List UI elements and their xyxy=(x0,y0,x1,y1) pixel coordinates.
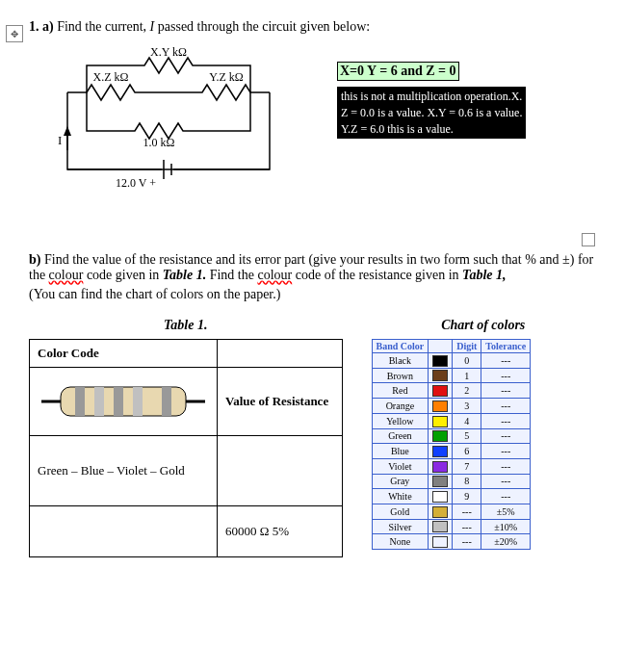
annotation-box: X=0 Y = 6 and Z = 0 this is not a multip… xyxy=(337,44,595,139)
color-swatch-icon xyxy=(432,461,448,473)
chart-swatch-cell xyxy=(429,413,453,428)
chart-swatch-cell xyxy=(429,368,453,383)
chart-color-name: Gray xyxy=(372,474,429,489)
anno-line2: Z = 0.0 is a value. X.Y = 0.6 is a value… xyxy=(341,106,522,119)
chart-color-name: Black xyxy=(372,353,429,369)
band-2 xyxy=(94,387,104,416)
q1a-text-2: passed through the circuit given below: xyxy=(154,19,370,34)
question-1b: b) Find the value of the resistance and … xyxy=(29,252,595,302)
chart-tol: ±20% xyxy=(481,534,531,550)
chart-digit: 5 xyxy=(453,428,481,444)
table-row: Gold---±5% xyxy=(372,504,531,520)
chart-color-name: Gold xyxy=(372,504,429,520)
chart-color-name: Brown xyxy=(372,368,429,383)
table-row: Red2--- xyxy=(372,383,531,399)
color-swatch-icon xyxy=(432,521,448,532)
chart-tol: ±10% xyxy=(481,519,531,534)
chart-swatch-cell xyxy=(429,383,453,399)
color-swatch-icon xyxy=(432,416,448,427)
table-row: 60000 Ω 5% xyxy=(30,506,343,557)
t1-row2-value: 60000 Ω 5% xyxy=(218,506,342,557)
q1b-t2: code given in xyxy=(83,268,162,282)
t1-resistor-image-cell xyxy=(30,368,218,436)
chart-digit: 9 xyxy=(453,489,481,504)
t1-row1-code: Green – Blue – Violet – Gold xyxy=(30,436,218,506)
chart-swatch-cell xyxy=(429,489,453,504)
table-row: None---±20% xyxy=(372,534,531,550)
circuit-area: X.Y kΩ X.Z kΩ Y.Z kΩ 1.0 kΩ I 12.0 V + X… xyxy=(48,44,595,198)
band-5 xyxy=(162,387,171,416)
chart-h-swatch xyxy=(429,340,453,353)
q1b-colour1: colour xyxy=(49,268,84,282)
svg-marker-0 xyxy=(64,126,71,136)
chart-tol: --- xyxy=(481,399,531,414)
chart-swatch-cell xyxy=(429,458,453,474)
chart-tol: --- xyxy=(481,489,531,504)
q1b-t4: code of the resistance given in xyxy=(292,268,462,282)
q1b-t3: Find the xyxy=(206,268,257,282)
chart-tol: --- xyxy=(481,474,531,489)
color-swatch-icon xyxy=(432,506,448,518)
q1b-label: b) xyxy=(29,252,40,267)
circuit-diagram: X.Y kΩ X.Z kΩ Y.Z kΩ 1.0 kΩ I 12.0 V + xyxy=(48,44,299,198)
color-swatch-icon xyxy=(432,491,448,503)
chart-swatch-cell xyxy=(429,444,453,459)
chart-digit: 1 xyxy=(453,368,481,383)
chart-swatch-cell xyxy=(429,428,453,444)
chart-tol: --- xyxy=(481,444,531,459)
label-xz: X.Z kΩ xyxy=(93,70,129,84)
table-row: Band Color Digit Tolerance xyxy=(372,340,531,353)
chart-swatch-cell xyxy=(429,353,453,369)
table-row: Yellow4--- xyxy=(372,413,531,428)
table-row: White9--- xyxy=(372,489,531,504)
chart-tol: --- xyxy=(481,428,531,444)
chart-swatch-cell xyxy=(429,399,453,414)
q1b-line2: (You can find the chart of colors on the… xyxy=(29,287,595,302)
chart-swatch-cell xyxy=(429,519,453,534)
chart-color-name: Blue xyxy=(372,444,429,459)
chart-swatch-cell xyxy=(429,534,453,550)
table-row: Black0--- xyxy=(372,353,531,369)
table-row: Green5--- xyxy=(372,428,531,444)
table-row: Blue6--- xyxy=(372,444,531,459)
chart-digit: 7 xyxy=(453,458,481,474)
chart-color-name: Orange xyxy=(372,399,429,414)
chart-color-name: Yellow xyxy=(372,413,429,428)
t1-h-value: Value of Resistance xyxy=(218,368,342,436)
chart-h-digit: Digit xyxy=(453,340,481,353)
q1a-text-1: Find the current, xyxy=(54,19,150,34)
label-xy: X.Y kΩ xyxy=(150,45,187,59)
band-1 xyxy=(75,387,85,416)
table-row: Green – Blue – Violet – Gold xyxy=(30,436,343,506)
chart-digit: --- xyxy=(453,519,481,534)
table-row: Silver---±10% xyxy=(372,519,531,534)
chart-digit: --- xyxy=(453,504,481,520)
chart-title: Chart of colors xyxy=(372,318,596,333)
label-source: 12.0 V + xyxy=(116,176,156,190)
resistor-icon xyxy=(41,377,205,426)
t1-row1-value xyxy=(218,436,342,506)
chart-tol: --- xyxy=(481,353,531,369)
question-1a: 1. a) Find the current, I passed through… xyxy=(29,19,595,35)
q1b-colour2: colour xyxy=(257,268,292,282)
chart-digit: 6 xyxy=(453,444,481,459)
color-swatch-icon xyxy=(432,355,448,367)
color-swatch-icon xyxy=(432,446,448,457)
label-1k: 1.0 kΩ xyxy=(143,136,175,149)
chart-tol: --- xyxy=(481,383,531,399)
t1-h-colorcode: Color Code xyxy=(30,340,218,368)
table-row: Value of Resistance xyxy=(30,368,343,436)
chart-h-tol: Tolerance xyxy=(481,340,531,353)
color-swatch-icon xyxy=(432,476,448,487)
q1a-number: 1. a) xyxy=(29,19,54,34)
chart-tol: ±5% xyxy=(481,504,531,520)
chart-digit: --- xyxy=(453,534,481,550)
chart-swatch-cell xyxy=(429,474,453,489)
table-row: Gray8--- xyxy=(372,474,531,489)
band-4 xyxy=(133,387,143,416)
checkbox-icon xyxy=(582,233,595,246)
t1-row2-code xyxy=(30,506,218,557)
color-swatch-icon xyxy=(432,370,448,381)
chart-color-name: None xyxy=(372,534,429,550)
table-row: Color Code xyxy=(30,340,343,368)
